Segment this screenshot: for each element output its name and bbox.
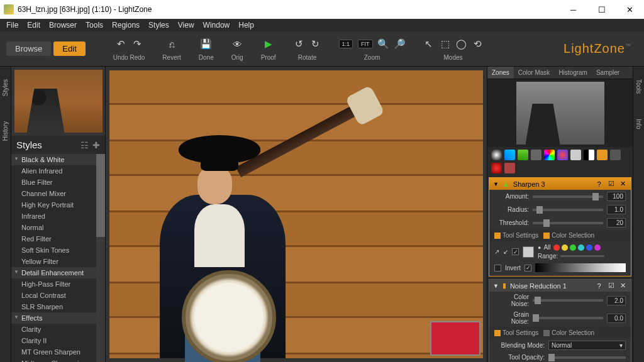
style-item[interactable]: MT Green Sharpen <box>11 346 105 358</box>
style-item[interactable]: Soft Skin Tones <box>11 244 105 256</box>
menu-edit[interactable]: Edit <box>23 19 44 31</box>
grainnoise-slider[interactable] <box>533 317 603 319</box>
lum-enable-check[interactable]: ✓ <box>525 265 531 272</box>
tab-sampler[interactable]: Sampler <box>592 67 624 79</box>
tab-colormask[interactable]: Color Mask <box>514 67 555 79</box>
threshold-value[interactable]: 20 <box>607 218 626 228</box>
style-item[interactable]: Yellow Filter <box>11 256 105 267</box>
tool-redeye-icon[interactable] <box>491 163 502 173</box>
tool-zonemapper-icon[interactable] <box>491 150 502 160</box>
help-icon[interactable]: ? <box>595 180 603 188</box>
maximize-button[interactable]: ☐ <box>587 0 616 19</box>
hue-red-icon[interactable] <box>553 244 560 251</box>
edit-mode-button[interactable]: Edit <box>53 41 85 56</box>
minimize-button[interactable]: ─ <box>559 0 587 19</box>
colornoise-slider[interactable] <box>533 299 603 302</box>
rotate-left-icon[interactable]: ↺ <box>294 38 305 50</box>
tool-sharpen-icon[interactable] <box>518 150 528 160</box>
orig-icon[interactable]: 👁 <box>231 38 243 50</box>
invert-lum-check[interactable] <box>494 265 501 272</box>
close-button[interactable]: ✕ <box>616 0 644 19</box>
luminosity-gradient[interactable] <box>535 263 626 272</box>
zoom-out-icon[interactable]: 🔎 <box>394 38 406 50</box>
browse-mode-button[interactable]: Browse <box>6 41 51 56</box>
undo-icon[interactable]: ↶ <box>115 38 126 50</box>
proof-icon[interactable]: ▶ <box>263 38 274 50</box>
style-item[interactable]: Midtones Sharpening <box>11 358 105 362</box>
styles-add-icon[interactable]: ✚ <box>92 140 100 150</box>
zoom-fit-button[interactable]: FIT <box>358 40 373 48</box>
delete-icon[interactable]: ✕ <box>619 282 627 290</box>
revert-icon[interactable]: ⎌ <box>166 38 177 50</box>
tab-styles[interactable]: Styles <box>2 79 9 96</box>
styles-list-icon[interactable]: ☷ <box>80 140 89 150</box>
crop-mode-icon[interactable]: ⬚ <box>440 38 451 50</box>
pointer-mode-icon[interactable]: ↖ <box>423 38 435 50</box>
hue-cyan-icon[interactable] <box>578 244 584 251</box>
radius-value[interactable]: 1.0 <box>607 205 626 214</box>
style-group[interactable]: Effects <box>11 312 105 324</box>
tool-clone-icon[interactable] <box>610 150 621 160</box>
blendmode-select[interactable]: Normal▾ <box>548 341 626 350</box>
image-canvas[interactable] <box>106 67 487 362</box>
style-item[interactable]: Red Filter <box>11 233 105 244</box>
style-item[interactable]: Channel Mixer <box>11 188 105 199</box>
amount-value[interactable]: 100 <box>607 192 626 201</box>
thumbnail-preview[interactable] <box>11 67 105 136</box>
noise-header[interactable]: ▼ ▮ Noise Reduction 1 ? ☑ ✕ <box>489 280 631 292</box>
tool-settings-tab[interactable]: Tool Settings <box>494 232 538 239</box>
menu-browser[interactable]: Browser <box>45 19 80 31</box>
eyedropper-remove-icon[interactable]: ↙ <box>503 248 508 255</box>
region-mode-icon[interactable]: ◯ <box>456 38 467 50</box>
menu-help[interactable]: Help <box>235 19 258 31</box>
style-item[interactable]: Alien Infrared <box>11 165 105 177</box>
tool-wb-icon[interactable] <box>570 150 581 160</box>
style-item[interactable]: SLR Sharpen <box>11 301 105 312</box>
enable-checkbox[interactable]: ☑ <box>607 180 615 188</box>
collapse-icon[interactable]: ▼ <box>493 181 499 187</box>
grainnoise-value[interactable]: 0.0 <box>607 314 626 323</box>
tool-huesat-icon[interactable] <box>544 150 555 160</box>
tool-blur-icon[interactable] <box>531 150 541 160</box>
style-item[interactable]: Clarity II <box>11 335 105 346</box>
delete-icon[interactable]: ✕ <box>619 180 627 188</box>
tool-relight-icon[interactable] <box>504 150 515 160</box>
style-group[interactable]: Detail Enhancement <box>11 267 105 278</box>
styles-list[interactable]: Black & White Alien Infrared Blue Filter… <box>11 154 105 362</box>
range-slider[interactable] <box>560 255 604 257</box>
menu-view[interactable]: View <box>174 19 198 31</box>
colornoise-value[interactable]: 2.0 <box>607 296 626 305</box>
style-item[interactable]: Local Contrast <box>11 290 105 301</box>
style-item[interactable]: Infrared <box>11 211 105 222</box>
collapse-icon[interactable]: ▼ <box>493 283 499 289</box>
style-item[interactable]: Blue Filter <box>11 177 105 188</box>
zoom-in-icon[interactable]: 🔍 <box>378 38 389 50</box>
tab-info[interactable]: Info <box>635 119 642 129</box>
tool-raw-icon[interactable] <box>504 163 515 173</box>
sharpen-header[interactable]: ▼ ▲ Sharpen 3 ? ☑ ✕ <box>489 178 631 190</box>
tool-colorbalance-icon[interactable] <box>557 150 568 160</box>
tab-zones[interactable]: Zones <box>487 67 514 79</box>
help-icon[interactable]: ? <box>595 282 603 290</box>
hue-green-icon[interactable] <box>570 244 576 251</box>
style-item[interactable]: Clarity <box>11 324 105 335</box>
navigator-minimap[interactable] <box>430 321 480 356</box>
done-icon[interactable]: 💾 <box>201 38 212 50</box>
tool-settings-tab[interactable]: Tool Settings <box>494 329 538 336</box>
rotate-mode-icon[interactable]: ⟲ <box>472 38 484 50</box>
rotate-right-icon[interactable]: ↻ <box>310 38 321 50</box>
styles-scrollbar[interactable] <box>96 154 105 362</box>
menu-styles[interactable]: Styles <box>145 19 173 31</box>
color-selection-tab[interactable]: Color Selection <box>543 329 594 336</box>
eyedropper-add-icon[interactable]: ↗ <box>494 248 499 255</box>
tool-bw-icon[interactable] <box>584 150 594 160</box>
zoom-11-button[interactable]: 1:1 <box>339 40 353 48</box>
hue-blue-icon[interactable] <box>586 244 592 251</box>
color-selection-tab[interactable]: Color Selection <box>543 232 594 239</box>
radius-slider[interactable] <box>533 209 603 211</box>
redo-icon[interactable]: ↷ <box>131 38 143 50</box>
color-swatch[interactable] <box>523 246 534 258</box>
menu-window[interactable]: Window <box>199 19 234 31</box>
amount-slider[interactable] <box>533 195 603 198</box>
menu-file[interactable]: File <box>3 19 22 31</box>
